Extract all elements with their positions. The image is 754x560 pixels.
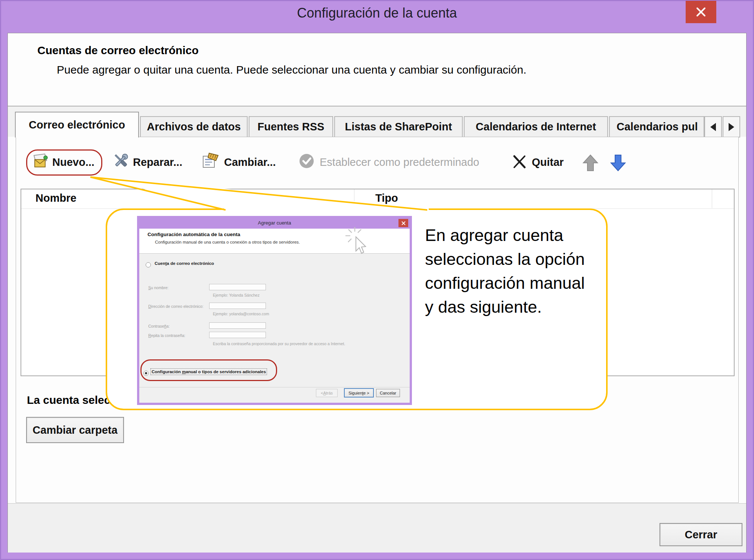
repair-button[interactable]: Reparar... <box>133 156 182 168</box>
manual-setup-highlight-ring <box>140 359 277 381</box>
tab-archivos-de-datos[interactable]: Archivos de datos <box>140 116 248 137</box>
section-description: Puede agregar o quitar una cuenta. Puede… <box>57 64 526 76</box>
left-arrow-icon <box>710 123 716 131</box>
tab-scroll-left-button[interactable] <box>704 116 722 137</box>
change-folder-button[interactable]: Cambiar carpeta <box>26 417 124 443</box>
add-account-close-button[interactable] <box>398 219 408 227</box>
password2-input[interactable] <box>209 332 266 338</box>
callout-annotation: En agregar cuenta seleccionas la opción … <box>425 223 604 319</box>
tab-scroll-right-button[interactable] <box>723 116 740 137</box>
arrow-down-icon <box>609 154 627 172</box>
tab-calendarios-de-internet[interactable]: Calendarios de Internet <box>464 116 608 137</box>
arrow-up-icon <box>582 154 599 172</box>
selected-account-text: La cuenta selecc <box>27 394 117 406</box>
back-button[interactable]: < Atrás <box>316 389 338 397</box>
email-input[interactable] <box>209 303 266 309</box>
remove-x-icon <box>512 155 527 170</box>
close-icon <box>401 221 406 225</box>
new-button-highlight-ring <box>26 149 102 176</box>
name-hint: Ejemplo: Yolanda Sánchez <box>213 293 260 297</box>
account-settings-window: Configuración de la cuenta Cuentas de co… <box>0 0 754 560</box>
next-button[interactable]: Siguiente > <box>344 388 374 397</box>
set-default-button[interactable]: Establecer como predeterminado <box>320 156 479 168</box>
password2-field-label: Repita la contraseña: <box>148 333 185 338</box>
name-input[interactable] <box>209 284 266 290</box>
cancel-button[interactable]: Cancelar <box>376 389 400 397</box>
email-account-radio-label[interactable]: Cuenta de correo electrónico <box>155 261 214 266</box>
email-account-radio[interactable] <box>146 262 151 267</box>
callout-line: configuración manual <box>425 271 604 295</box>
auto-setup-heading: Configuración automática de la cuenta <box>148 232 240 237</box>
window-close-button[interactable] <box>686 1 716 23</box>
remove-button[interactable]: Quitar <box>532 156 564 168</box>
password-note: Escriba la contraseña proporcionada por … <box>213 341 345 346</box>
column-header-nombre[interactable]: Nombre <box>35 192 77 204</box>
email-field-label: Dirección de correo electrónico: <box>148 304 204 309</box>
column-divider <box>712 189 712 208</box>
column-divider <box>354 189 354 208</box>
window-title: Configuración de la cuenta <box>0 5 754 21</box>
name-field-label: Su nombre: <box>148 285 168 290</box>
section-title: Cuentas de correo electrónico <box>37 44 199 57</box>
tab-correo-electronico[interactable]: Correo electrónico <box>15 112 139 137</box>
column-header-tipo[interactable]: Tipo <box>375 192 398 204</box>
cursor-starburst-icon <box>345 226 370 256</box>
add-account-dialog: Agregar cuenta Configuración automática … <box>137 216 412 405</box>
right-arrow-icon <box>729 123 734 131</box>
change-icon <box>202 152 220 171</box>
close-dialog-button[interactable]: Cerrar <box>660 523 742 546</box>
auto-setup-subheading: Configuración manual de una cuenta o con… <box>155 240 300 244</box>
move-down-button[interactable] <box>609 154 627 173</box>
tab-fuentes-rss[interactable]: Fuentes RSS <box>249 116 333 137</box>
callout-line: seleccionas la opción <box>425 247 604 271</box>
move-up-button[interactable] <box>582 154 599 173</box>
password-field-label: Contraseña: <box>148 324 170 328</box>
bottom-band <box>8 503 746 553</box>
tab-calendarios-publicados[interactable]: Calendarios pul <box>609 116 704 137</box>
password-input[interactable] <box>209 322 266 329</box>
email-hint: Ejemplo: yolanda@contoso.com <box>213 312 269 316</box>
tab-listas-de-sharepoint[interactable]: Listas de SharePoint <box>334 116 463 137</box>
set-default-icon <box>299 153 314 170</box>
close-icon <box>695 7 707 17</box>
change-button[interactable]: Cambiar... <box>224 156 276 168</box>
add-account-title: Agregar cuenta <box>139 220 410 226</box>
dialog-footer-divider <box>139 387 410 387</box>
callout-line: y das siguiente. <box>425 295 604 319</box>
repair-icon <box>112 152 130 171</box>
callout-line: En agregar cuenta <box>425 223 604 247</box>
